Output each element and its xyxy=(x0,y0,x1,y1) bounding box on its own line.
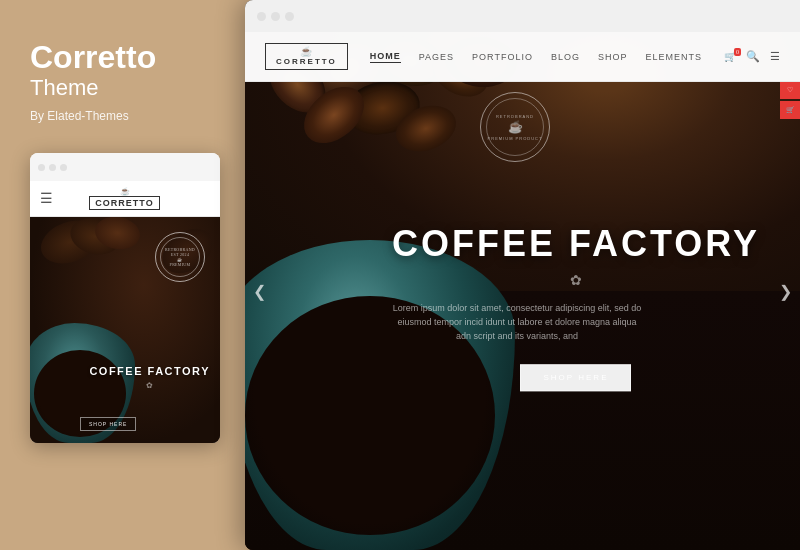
search-icon[interactable]: 🔍 xyxy=(746,50,760,63)
nav-link-shop[interactable]: SHOP xyxy=(598,52,628,62)
mobile-preview: ☰ ☕ CORRETTO RETROBRANDEST 2024☕PREMIUM xyxy=(30,153,220,443)
desktop-top-bar xyxy=(245,0,800,32)
hero-badge-inner: RETROBRAND ☕ PREMIUM PRODUCT xyxy=(486,98,544,156)
desktop-dot-3 xyxy=(285,12,294,21)
mobile-dot-2 xyxy=(49,164,56,171)
mobile-hero: RETROBRANDEST 2024☕PREMIUM COFFEE FACTOR… xyxy=(30,217,220,443)
mobile-badge-inner: RETROBRANDEST 2024☕PREMIUM xyxy=(160,237,200,277)
side-badges: ♡ 🛒 xyxy=(780,82,800,119)
side-badge-wishlist[interactable]: ♡ xyxy=(780,82,800,99)
badge-arc-text-bottom: PREMIUM PRODUCT xyxy=(488,136,543,141)
mobile-badge: RETROBRANDEST 2024☕PREMIUM xyxy=(155,232,205,282)
hamburger-icon[interactable]: ☰ xyxy=(40,190,53,207)
hero-cta-button[interactable]: SHOP HERE xyxy=(520,364,631,391)
mobile-hero-content: COFFEE FACTORY ✿ xyxy=(89,364,210,393)
hero-content: COFFEE FACTORY ✿ Lorem ipsum dolor sit a… xyxy=(392,224,760,391)
mobile-hero-heading: COFFEE FACTORY xyxy=(89,364,210,378)
nav-link-pages[interactable]: PAGES xyxy=(419,52,454,62)
desktop-nav: ☕ CORRETTO HOME PAGES PORTFOLIO BLOG SHO… xyxy=(245,32,800,82)
mobile-logo: ☕ CORRETTO xyxy=(89,187,159,210)
desktop-dot-1 xyxy=(257,12,266,21)
nav-link-home[interactable]: HOME xyxy=(370,51,401,63)
desktop-preview: ☕ CORRETTO HOME PAGES PORTFOLIO BLOG SHO… xyxy=(245,0,800,550)
hero-title: COFFEE FACTORY xyxy=(392,224,760,264)
theme-by: By Elated-Themes xyxy=(30,109,129,123)
mobile-logo-icon: ☕ xyxy=(120,187,130,196)
mobile-top-bar xyxy=(30,153,220,181)
nav-link-blog[interactable]: BLOG xyxy=(551,52,580,62)
left-panel: Corretto Theme By Elated-Themes ☰ ☕ CORR… xyxy=(0,0,245,550)
desktop-logo: ☕ CORRETTO xyxy=(265,43,348,70)
mobile-badge-text: RETROBRANDEST 2024☕PREMIUM xyxy=(165,247,195,267)
nav-link-portfolio[interactable]: PORTFOLIO xyxy=(472,52,533,62)
right-panel: ☕ CORRETTO HOME PAGES PORTFOLIO BLOG SHO… xyxy=(245,0,800,550)
side-badge-cart[interactable]: 🛒 xyxy=(780,101,800,119)
hero-ornament: ✿ xyxy=(392,272,760,289)
desktop-logo-icon: ☕ xyxy=(300,47,312,57)
mobile-nav: ☰ ☕ CORRETTO xyxy=(30,181,220,217)
desktop-dot-2 xyxy=(271,12,280,21)
theme-title: Corretto xyxy=(30,40,156,75)
menu-icon[interactable]: ☰ xyxy=(770,50,780,63)
badge-coffee-icon: ☕ xyxy=(508,120,523,135)
nav-link-elements[interactable]: ELEMENTS xyxy=(645,52,702,62)
desktop-nav-icons: 🛒0 🔍 ☰ xyxy=(724,50,780,63)
mobile-ornament: ✿ xyxy=(89,381,210,390)
mobile-dot-1 xyxy=(38,164,45,171)
desktop-logo-text: CORRETTO xyxy=(276,57,337,66)
badge-arc-text-top: RETROBRAND xyxy=(496,114,534,119)
hero-badge: RETROBRAND ☕ PREMIUM PRODUCT xyxy=(480,92,550,162)
theme-subtitle: Theme xyxy=(30,75,98,101)
cart-icon[interactable]: 🛒0 xyxy=(724,51,736,62)
mobile-logo-text: CORRETTO xyxy=(89,196,159,210)
mobile-dot-3 xyxy=(60,164,67,171)
hero-description: Lorem ipsum dolor sit amet, consectetur … xyxy=(392,301,642,344)
desktop-nav-links: HOME PAGES PORTFOLIO BLOG SHOP ELEMENTS xyxy=(370,51,702,63)
hero-prev-arrow[interactable]: ❮ xyxy=(253,282,266,301)
mobile-cta-button[interactable]: SHOP HERE xyxy=(80,417,136,431)
hero-next-arrow[interactable]: ❯ xyxy=(779,282,792,301)
desktop-browser-content: ☕ CORRETTO HOME PAGES PORTFOLIO BLOG SHO… xyxy=(245,32,800,550)
